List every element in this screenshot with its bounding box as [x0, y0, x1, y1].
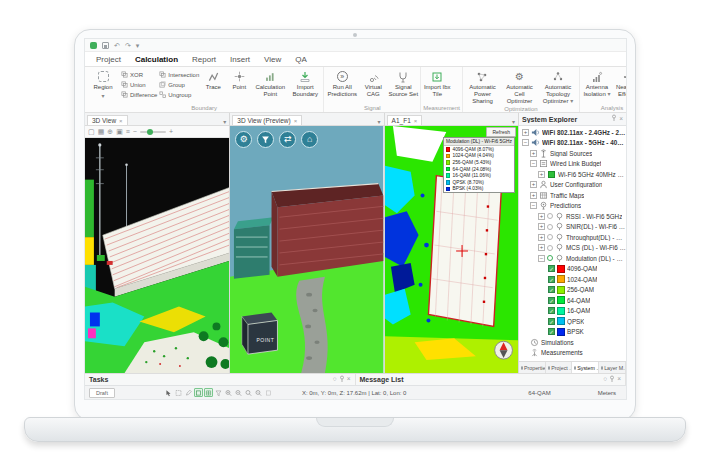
grid-mode-icon[interactable]: ▦	[98, 128, 105, 136]
expand-icon[interactable]: +	[538, 171, 545, 178]
expand-icon[interactable]: +	[538, 244, 545, 251]
import-ibx-tile-button[interactable]: Import Ibx Tile	[423, 68, 451, 98]
move-mode-icon[interactable]: ⊕	[107, 128, 113, 136]
tree-item-snir[interactable]: + SNIR(DL) - Wi-Fi6 5GHz	[521, 222, 626, 233]
expand-icon[interactable]: +	[538, 234, 545, 241]
collapse-icon[interactable]: −	[522, 139, 529, 146]
checkbox-checked-icon[interactable]: ✓	[548, 286, 555, 293]
tree-item-user-configuration[interactable]: + User Configuration	[521, 180, 626, 191]
view2-tab[interactable]: 3D View (Preview) ×	[232, 115, 302, 125]
select-mode-icon[interactable]: ▢	[88, 128, 95, 136]
expand-icon[interactable]: +	[530, 192, 537, 199]
tree-item-wired-link-budget[interactable]: − Wired Link Budget	[521, 159, 626, 170]
layers-icon[interactable]: ≡	[126, 128, 130, 135]
view3-close-icon[interactable]: ×	[414, 118, 418, 124]
region-button[interactable]: Region ▾	[87, 68, 119, 99]
status-units[interactable]: Meters	[598, 390, 616, 396]
scene-3d-hangar[interactable]	[85, 138, 229, 373]
point-button[interactable]: Point	[227, 68, 251, 91]
pin-icon[interactable]	[609, 375, 615, 385]
tree-item-simulations[interactable]: Simulations	[521, 337, 626, 348]
checkbox-checked-icon[interactable]: ✓	[548, 265, 555, 272]
save-icon[interactable]	[102, 42, 109, 49]
checkbox-checked-icon[interactable]: ✓	[548, 328, 555, 335]
snap-toggle-icon[interactable]	[194, 388, 203, 397]
expand-icon[interactable]: +	[522, 129, 529, 136]
expand-icon[interactable]: +	[538, 223, 545, 230]
rect-select-icon[interactable]	[174, 388, 183, 397]
tree-item-wifi-5[interactable]: − WiFi 802.11ax - 5GHz - 40MHz	[521, 138, 626, 149]
close-icon[interactable]: ×	[617, 376, 621, 383]
tree-item-signal-sources[interactable]: + Signal Sources	[521, 148, 626, 159]
modulation-item[interactable]: ✓ 256-QAM	[521, 285, 626, 296]
expand-icon[interactable]: +	[530, 181, 537, 188]
view2-caret-icon[interactable]: ▾	[378, 118, 381, 125]
automatic-power-sharing-button[interactable]: Automatic Power Sharing	[465, 68, 500, 105]
tree-item-wifi6-ofdm[interactable]: + Wi-Fi6 5GHz 40MHz OFDM	[521, 169, 626, 180]
message-list-panel-header[interactable]: Message List ○ ×	[356, 374, 627, 385]
tree-item-rssi[interactable]: + RSSI - Wi-Fi6 5GHz	[521, 211, 626, 222]
collapse-icon[interactable]: −	[538, 255, 545, 262]
checkbox-checked-icon[interactable]: ✓	[548, 307, 555, 314]
signal-source-set-button[interactable]: Signal Source Set	[388, 68, 418, 98]
zoom-slider-knob[interactable]	[147, 129, 153, 135]
radio-icon[interactable]	[547, 224, 553, 230]
view3-caret-icon[interactable]: ▾	[512, 118, 515, 125]
view-zoom-slider[interactable]	[140, 131, 166, 133]
view3-tab[interactable]: A1_F1 ×	[387, 115, 423, 125]
collapse-icon[interactable]: −	[530, 160, 537, 167]
tab-view[interactable]: View	[257, 53, 288, 66]
radio-icon[interactable]	[547, 245, 553, 251]
automatic-cell-optimizer-button[interactable]: ⚙ Automatic Cell Optimizer	[502, 68, 537, 105]
modulation-item[interactable]: ✓ BPSK	[521, 327, 626, 338]
ungroup-button[interactable]: Ungroup	[159, 90, 199, 99]
modulation-item[interactable]: ✓ 4096-QAM	[521, 264, 626, 275]
run-all-predictions-button[interactable]: » Run All Predictions	[326, 68, 358, 98]
redo-icon[interactable]: ↷	[125, 42, 131, 49]
refresh-button[interactable]: Refresh	[486, 127, 516, 137]
tab-qa[interactable]: QA	[288, 53, 314, 66]
tree-item-mcs[interactable]: + MCS (DL) - Wi-Fi6 5GHz	[521, 243, 626, 254]
zoom-out-small-icon[interactable]: −	[133, 128, 137, 135]
pin-icon[interactable]	[611, 114, 617, 124]
scene-floorplan[interactable]: Refresh Modulation (DL) - Wi-Fi6 5GHz 40…	[385, 126, 518, 373]
checkbox-checked-icon[interactable]: ✓	[548, 318, 555, 325]
tree-item-measurements[interactable]: Measurements	[521, 348, 626, 359]
quick-access-caret-icon[interactable]: ▾	[136, 42, 140, 49]
near-far-effect-button[interactable]: Near-Far Effect ▾	[614, 68, 627, 98]
grid-toggle-icon[interactable]	[204, 388, 213, 397]
close-icon[interactable]: ×	[347, 376, 351, 383]
tab-project-explorer[interactable]: Project ...	[546, 362, 572, 373]
tab-system-explorer[interactable]: System ...	[572, 362, 599, 373]
draft-tab[interactable]: Draft	[89, 388, 115, 398]
tasks-panel-header[interactable]: Tasks ○ ×	[85, 374, 356, 385]
solid-mode-icon[interactable]: ▣	[116, 128, 123, 136]
undo-icon[interactable]: ↶	[114, 42, 120, 49]
scene-3d-preview[interactable]: ⚙ ⇄ ⌂ POINT	[230, 126, 383, 373]
zoom-window-icon[interactable]	[244, 388, 253, 397]
intersection-button[interactable]: Intersection	[159, 70, 199, 79]
tab-report[interactable]: Report	[185, 53, 223, 66]
xor-button[interactable]: XOR	[121, 70, 157, 79]
close-icon[interactable]: ×	[619, 116, 623, 123]
collapse-circle-icon[interactable]: ○	[333, 376, 337, 383]
tree-item-throughput[interactable]: + Throughput(DL) - Wi-Fi6 5GHz	[521, 232, 626, 243]
zoom-in-small-icon[interactable]: +	[169, 128, 173, 135]
calculation-point-button[interactable]: Calculation Point	[253, 68, 287, 98]
expand-icon[interactable]: +	[538, 213, 545, 220]
pin-icon[interactable]	[339, 375, 345, 385]
zoom-extents-icon[interactable]	[254, 388, 263, 397]
tree-item-modulation[interactable]: − Modulation (DL) - Wi-Fi6 5G...	[521, 253, 626, 264]
tab-properties[interactable]: Properties	[519, 362, 546, 373]
filter-icon[interactable]	[214, 388, 223, 397]
tab-project[interactable]: Project	[89, 53, 128, 66]
view1-close-icon[interactable]: ×	[119, 118, 123, 124]
modulation-item[interactable]: ✓ 1024-QAM	[521, 274, 626, 285]
tree-item-traffic-maps[interactable]: + Traffic Maps	[521, 190, 626, 201]
modulation-item[interactable]: ✓ QPSK	[521, 316, 626, 327]
radio-icon[interactable]	[547, 234, 553, 240]
pan-icon[interactable]	[264, 388, 273, 397]
zoom-out-icon[interactable]	[234, 388, 243, 397]
tab-insert[interactable]: Insert	[223, 53, 257, 66]
modulation-item[interactable]: ✓ 64-QAM	[521, 295, 626, 306]
